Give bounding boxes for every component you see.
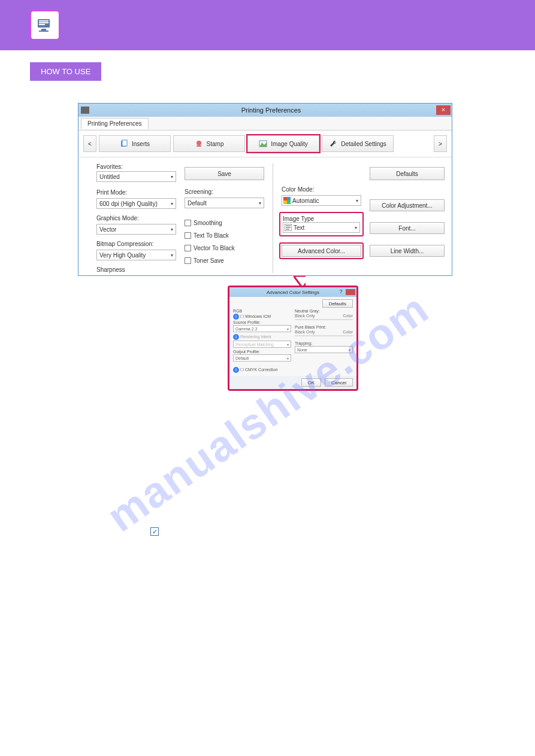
rgb-section-label: RGB: [233, 309, 291, 313]
image-type-select[interactable]: Text: [283, 222, 360, 233]
svg-rect-9: [197, 145, 201, 147]
svg-rect-5: [39, 31, 49, 32]
ok-button[interactable]: OK: [301, 378, 322, 387]
rendering-intent-label: iRendering Intent: [233, 334, 291, 340]
font-button[interactable]: Font...: [370, 222, 445, 234]
save-button[interactable]: Save: [185, 167, 264, 180]
step-2-intro: 22 Specify the "Image Type", and click […: [30, 84, 505, 95]
line-width-button[interactable]: Line Width...: [370, 245, 445, 257]
image-type-highlight: Image Type Text: [279, 212, 364, 236]
inserts-icon: [120, 139, 128, 148]
nav-next-button[interactable]: >: [434, 135, 447, 152]
wrench-icon: [329, 139, 337, 148]
rendering-intent-desc: Select the conversion method with emphas…: [42, 615, 505, 628]
source-profile-label: Source Profile:: [233, 320, 291, 324]
text-to-black-checkbox[interactable]: Text To Black: [185, 232, 264, 239]
color-mode-select[interactable]: Automatic: [282, 195, 361, 206]
close-button[interactable]: ×: [436, 105, 451, 115]
svg-rect-15: [287, 201, 291, 204]
nav-prev-button[interactable]: <: [83, 135, 96, 152]
source-bullet-image-type: • [Image Type] is set to an option other…: [47, 570, 505, 584]
toner-save-checkbox[interactable]: Toner Save: [185, 257, 264, 264]
smoothing-checkbox[interactable]: Smoothing: [185, 220, 264, 226]
window-title: Printing Preferences: [93, 107, 449, 114]
rendering-bullet-image-type: • [Image Type] is set to an option other…: [47, 660, 505, 673]
checkbox-inline-icon: ✓: [150, 527, 159, 536]
favorites-label: Favorites:: [96, 163, 176, 170]
stamp-icon: [195, 139, 203, 148]
sharpness-label: Sharpness: [96, 266, 176, 273]
rendering-intent-select: Perceptual Matching: [233, 341, 291, 348]
defaults-button[interactable]: Defaults: [370, 167, 445, 180]
step-3: 33 Select the [Windows ICM] checkbox.: [30, 406, 505, 422]
text-icon: [285, 224, 292, 231]
tab-inserts[interactable]: Inserts: [99, 135, 171, 152]
pure-black-slider[interactable]: [295, 335, 353, 336]
graphics-mode-label: Graphics Mode:: [96, 215, 176, 221]
sub-defaults-button[interactable]: Defaults: [322, 299, 353, 308]
neutral-gray-label: Neutral Gray:: [295, 309, 353, 313]
info-icon: i: [233, 314, 239, 320]
output-profile-heading: Output Profile: [30, 685, 505, 700]
color-mode-icon: [283, 197, 291, 204]
cancel-button[interactable]: Cancel: [325, 378, 353, 387]
info-icon: i: [233, 367, 239, 373]
tab-printing-preferences[interactable]: Printing Preferences: [81, 118, 149, 129]
trapping-select[interactable]: None: [295, 346, 353, 353]
cmyk-correction-checkbox[interactable]: i☐ CMYK Correction: [233, 367, 291, 373]
page-banner: [0, 0, 535, 50]
favorites-select[interactable]: Untitled: [96, 171, 176, 182]
sub-dialog-title: Advanced Color Settings: [267, 290, 319, 295]
advanced-color-button[interactable]: Advanced Color...: [282, 245, 361, 257]
vector-to-black-checkbox[interactable]: Vector To Black: [185, 245, 264, 251]
breadcrumb-path: > Windows > [Image Quality]: [107, 65, 270, 78]
advanced-color-settings-dialog: Advanced Color Settings ? Defaults RGB i…: [228, 286, 358, 391]
source-profile-desc-3: If the [Windows ICM] checkbox✓ is select…: [42, 525, 505, 538]
output-profile-label: Output Profile:: [233, 350, 291, 354]
windows-icm-checkbox[interactable]: i☐ Windows ICM: [233, 314, 291, 320]
printer-icon: [81, 107, 89, 114]
svg-rect-13: [287, 197, 291, 201]
help-icon[interactable]: ?: [337, 289, 344, 294]
pure-black-print-label: Pure Black Print:: [295, 325, 353, 329]
step-3-note-1: The image will be printed with color man…: [42, 434, 505, 447]
color-adjustment-button[interactable]: Color Adjustment...: [370, 199, 445, 211]
print-mode-label: Print Mode:: [96, 189, 176, 196]
svg-rect-1: [39, 20, 49, 22]
info-icon: i: [233, 334, 239, 340]
tab-image-quality[interactable]: Image Quality: [247, 135, 319, 152]
printing-preferences-window: Printing Preferences × Printing Preferen…: [78, 103, 452, 276]
advanced-color-highlight: Advanced Color...: [279, 242, 364, 259]
screening-select[interactable]: Default: [185, 198, 264, 208]
source-profile-select[interactable]: Gamma 2.2: [233, 325, 291, 332]
print-mode-select[interactable]: 600 dpi (High Quality): [96, 198, 176, 209]
trapping-label: Trapping:: [295, 341, 353, 345]
svg-point-8: [197, 141, 201, 145]
output-profile-desc: Select a profile for print output.: [42, 705, 505, 718]
svg-rect-12: [283, 197, 287, 201]
screening-label: Screening:: [185, 189, 264, 195]
source-available-when: This item is available when:: [42, 541, 505, 554]
source-profile-desc-1: Select a profile for the image: [42, 493, 505, 506]
graphics-mode-select[interactable]: Vector: [96, 224, 176, 235]
tab-detailed-settings[interactable]: Detailed Settings: [322, 135, 394, 152]
output-available-when: This item is available when:: [42, 720, 505, 733]
svg-rect-2: [39, 22, 49, 23]
svg-rect-7: [122, 140, 127, 146]
step-3-note-2: To apply color management by the printer…: [42, 450, 505, 463]
bitmap-compression-select[interactable]: Very High Quality: [96, 250, 176, 260]
tab-stamp[interactable]: Stamp: [173, 135, 245, 152]
app-icon: [30, 10, 60, 40]
svg-rect-14: [283, 201, 287, 204]
svg-rect-3: [39, 24, 45, 25]
source-profile-heading: Source Profile: [30, 475, 505, 489]
neutral-gray-slider[interactable]: [295, 319, 353, 320]
rendering-intent-heading: Rendering Intent: [30, 596, 505, 610]
output-profile-select[interactable]: Default: [233, 354, 291, 362]
source-bullet-color-mode: • [Color Mode] is set to [Color]: [47, 556, 505, 569]
bitmap-compression-label: Bitmap Compression:: [96, 241, 176, 247]
image-type-label: Image Type: [283, 215, 360, 222]
image-quality-icon: [259, 139, 267, 148]
output-bullet-color-mode: • [Color Mode] is set to [Color]: [47, 736, 505, 749]
sub-close-button[interactable]: [346, 289, 355, 295]
